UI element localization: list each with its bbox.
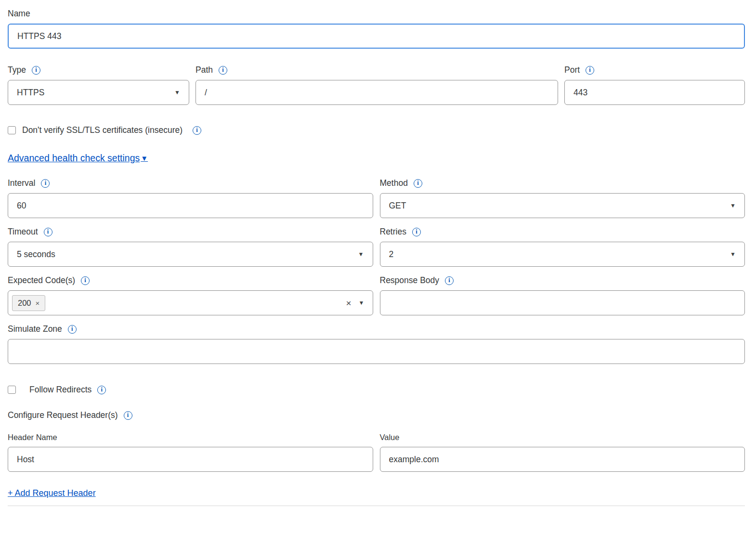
timeout-field: Timeout i 5 seconds ▼ — [8, 227, 373, 267]
type-select-value: HTTPS — [17, 88, 44, 98]
request-headers-section-title: Configure Request Header(s) i — [8, 410, 745, 420]
method-select-value: GET — [389, 201, 406, 211]
ssl-verify-row: Don't verify SSL/TLS certificates (insec… — [8, 125, 745, 135]
retries-label: Retries — [380, 227, 406, 237]
header-name-column-label: Header Name — [8, 433, 373, 442]
name-input[interactable] — [8, 24, 745, 49]
advanced-settings-toggle-row: Advanced health check settings▼ — [8, 153, 745, 164]
chevron-down-icon: ▼ — [730, 203, 736, 208]
response-body-field: Response Body i — [380, 275, 745, 315]
expected-codes-field: Expected Code(s) i 200 × × ▼ — [8, 275, 373, 315]
follow-redirects-checkbox[interactable] — [8, 386, 16, 394]
info-icon[interactable]: i — [412, 228, 421, 236]
header-value-field: Value — [380, 433, 745, 472]
simulate-zone-field: Simulate Zone i — [8, 324, 745, 364]
chevron-down-icon: ▼ — [359, 300, 365, 306]
info-icon[interactable]: i — [41, 179, 50, 188]
info-icon[interactable]: i — [414, 179, 422, 188]
add-request-header-link[interactable]: + Add Request Header — [8, 488, 96, 498]
type-select[interactable]: HTTPS ▼ — [8, 80, 189, 105]
follow-redirects-label: Follow Redirects — [29, 385, 91, 395]
ssl-verify-label: Don't verify SSL/TLS certificates (insec… — [22, 125, 182, 135]
name-label: Name — [8, 9, 30, 19]
expected-code-tag: 200 × — [12, 295, 45, 311]
simulate-zone-input[interactable] — [8, 339, 745, 364]
info-icon[interactable]: i — [193, 126, 201, 135]
health-check-form: Name Type i HTTPS ▼ Path i Port i — [0, 0, 756, 506]
add-header-row: + Add Request Header — [8, 488, 745, 498]
follow-redirects-row: Follow Redirects i — [8, 385, 745, 395]
remove-tag-icon[interactable]: × — [36, 299, 40, 307]
info-icon[interactable]: i — [445, 276, 454, 285]
chevron-down-icon: ▼ — [174, 90, 180, 95]
interval-label: Interval — [8, 178, 35, 188]
simulate-zone-label: Simulate Zone — [8, 324, 62, 334]
path-label: Path — [196, 65, 213, 75]
collapse-triangle-icon: ▼ — [141, 155, 148, 162]
method-field: Method i GET ▼ — [380, 178, 745, 218]
type-field: Type i HTTPS ▼ — [8, 65, 189, 105]
advanced-settings-link[interactable]: Advanced health check settings▼ — [8, 153, 148, 164]
chevron-down-icon: ▼ — [358, 251, 364, 257]
type-path-port-row: Type i HTTPS ▼ Path i Port i — [8, 65, 745, 105]
advanced-settings-link-label: Advanced health check settings — [8, 153, 140, 164]
expected-codes-multiselect[interactable]: 200 × × ▼ — [8, 290, 373, 315]
path-input[interactable] — [196, 80, 558, 105]
method-label: Method — [380, 178, 408, 188]
name-label-row: Name — [8, 9, 745, 19]
retries-select[interactable]: 2 ▼ — [380, 242, 745, 267]
chevron-down-icon: ▼ — [730, 251, 736, 257]
info-icon[interactable]: i — [586, 66, 594, 75]
advanced-fields-grid: Interval i Method i GET ▼ Timeout i 5 se… — [8, 178, 745, 315]
type-label: Type — [8, 65, 26, 75]
method-select[interactable]: GET ▼ — [380, 193, 745, 218]
port-label: Port — [564, 65, 580, 75]
header-name-input[interactable] — [8, 447, 373, 472]
response-body-label: Response Body — [380, 275, 440, 286]
clear-all-icon[interactable]: × — [346, 299, 351, 308]
info-icon[interactable]: i — [124, 411, 132, 420]
expected-code-tag-value: 200 — [18, 299, 31, 308]
ssl-verify-checkbox[interactable] — [8, 126, 16, 134]
info-icon[interactable]: i — [97, 386, 106, 394]
retries-field: Retries i 2 ▼ — [380, 227, 745, 267]
info-icon[interactable]: i — [44, 228, 52, 236]
header-value-column-label: Value — [380, 433, 745, 442]
request-header-row: Header Name Value — [8, 433, 745, 472]
header-name-field: Header Name — [8, 433, 373, 472]
request-headers-label: Configure Request Header(s) — [8, 410, 118, 420]
port-field: Port i — [564, 65, 745, 105]
info-icon[interactable]: i — [81, 276, 90, 285]
retries-select-value: 2 — [389, 249, 394, 260]
info-icon[interactable]: i — [68, 325, 77, 334]
header-value-input[interactable] — [380, 447, 745, 472]
response-body-input[interactable] — [380, 290, 745, 315]
path-field: Path i — [196, 65, 558, 105]
timeout-select[interactable]: 5 seconds ▼ — [8, 242, 373, 267]
info-icon[interactable]: i — [219, 66, 227, 75]
interval-field: Interval i — [8, 178, 373, 218]
interval-input[interactable] — [8, 193, 373, 218]
port-input[interactable] — [564, 80, 745, 105]
follow-redirects-label-wrap: Follow Redirects i — [29, 385, 106, 395]
timeout-label: Timeout — [8, 227, 38, 237]
timeout-select-value: 5 seconds — [17, 249, 55, 260]
section-divider — [8, 506, 745, 506]
expected-codes-label: Expected Code(s) — [8, 275, 75, 286]
info-icon[interactable]: i — [32, 66, 40, 75]
